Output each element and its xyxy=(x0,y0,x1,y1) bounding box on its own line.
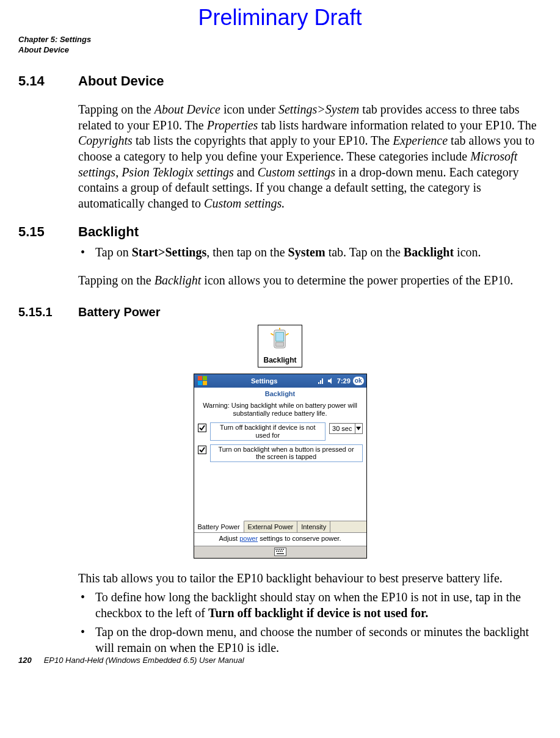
heading-5-14-number: 5.14 xyxy=(18,73,78,90)
panel-subtitle: Backlight xyxy=(194,388,366,400)
blank-space xyxy=(194,466,366,521)
backlight-icon-card: Backlight xyxy=(258,325,302,367)
para-after-figure: This tab allows you to tailor the EP10 b… xyxy=(78,571,542,587)
option-label-2: Turn on backlight when a button is press… xyxy=(210,444,363,462)
para-5-15: Tapping on the Backlight icon allows you… xyxy=(78,273,542,289)
svg-rect-15 xyxy=(282,551,283,552)
keyboard-icon xyxy=(274,548,286,556)
checkbox-turn-off[interactable] xyxy=(198,424,206,432)
option-label-1: Turn off backlight if device is not used… xyxy=(210,422,326,440)
svg-rect-12 xyxy=(276,551,277,552)
warning-text: Warning: Using backlight while on batter… xyxy=(194,400,366,422)
tab-external-power[interactable]: External Power xyxy=(244,521,298,532)
tab-battery-power[interactable]: Battery Power xyxy=(194,521,244,532)
heading-5-15: 5.15Backlight xyxy=(18,223,542,241)
svg-line-4 xyxy=(286,333,289,335)
svg-rect-11 xyxy=(283,549,284,550)
timeout-dropdown[interactable]: 30 sec xyxy=(329,423,362,434)
svg-rect-10 xyxy=(281,549,282,550)
footer-title: EP10 Hand-Held (Windows Embedded 6.5) Us… xyxy=(44,656,244,665)
device-screenshot: Settings 7:29 ok Backlight Warning: Usin… xyxy=(194,374,367,559)
figure-backlight-icon: Backlight Settings 7:29 ok Backlight War… xyxy=(18,325,542,558)
svg-rect-7 xyxy=(275,549,277,550)
heading-5-15-1-number: 5.15.1 xyxy=(18,304,78,320)
svg-rect-2 xyxy=(276,342,284,346)
clock: 7:29 xyxy=(337,377,351,385)
heading-5-15-1: 5.15.1Battery Power xyxy=(18,304,542,320)
list-5-15: Tap on Start>Settings, then tap on the S… xyxy=(78,245,542,261)
tab-intensity[interactable]: Intensity xyxy=(297,521,330,532)
tab-bar: Battery Power External Power Intensity xyxy=(194,521,366,532)
heading-5-15-1-title: Battery Power xyxy=(78,305,161,319)
svg-rect-16 xyxy=(277,553,284,554)
running-head-section: About Device xyxy=(18,45,542,56)
dropdown-value: 30 sec xyxy=(330,424,354,433)
checkmark-icon xyxy=(198,424,206,432)
window-title: Settings xyxy=(211,377,318,385)
svg-rect-14 xyxy=(280,551,281,552)
list-after-figure: To define how long the backlight should … xyxy=(78,590,542,656)
heading-5-15-number: 5.15 xyxy=(18,223,78,241)
adjust-hint: Adjust power settings to conserve power. xyxy=(194,532,366,545)
list-item: Tap on the drop-down menu, and choose th… xyxy=(78,624,542,656)
svg-rect-8 xyxy=(277,549,278,550)
sip-bar[interactable] xyxy=(194,546,366,558)
backlight-icon xyxy=(268,328,291,355)
svg-line-3 xyxy=(271,333,274,335)
list-item: To define how long the backlight should … xyxy=(78,590,542,621)
window-titlebar: Settings 7:29 ok xyxy=(194,374,366,388)
tab-spacer xyxy=(330,521,366,532)
ok-button[interactable]: ok xyxy=(353,377,364,385)
signal-icon xyxy=(318,377,325,385)
backlight-icon-label: Backlight xyxy=(263,356,296,366)
page-number: 120 xyxy=(18,656,32,665)
checkmark-icon xyxy=(198,446,206,454)
heading-5-15-title: Backlight xyxy=(78,224,139,239)
option-row-1: Turn off backlight if device is not used… xyxy=(194,422,366,444)
checkbox-turn-on[interactable] xyxy=(198,446,206,454)
list-item: Tap on Start>Settings, then tap on the S… xyxy=(78,245,542,261)
speaker-icon xyxy=(327,377,335,385)
window-status: 7:29 ok xyxy=(318,377,365,385)
svg-rect-1 xyxy=(276,332,284,341)
running-head-chapter: Chapter 5: Settings xyxy=(18,35,542,45)
heading-5-14: 5.14About Device xyxy=(18,73,542,90)
heading-5-14-title: About Device xyxy=(78,73,164,89)
chevron-down-icon xyxy=(355,424,362,433)
power-link[interactable]: power xyxy=(239,535,258,542)
preliminary-draft-watermark: Preliminary Draft xyxy=(18,0,542,35)
svg-rect-9 xyxy=(279,549,280,550)
para-5-14: Tapping on the About Device icon under S… xyxy=(78,102,542,211)
page-footer: 120EP10 Hand-Held (Windows Embedded 6.5)… xyxy=(18,656,244,666)
svg-rect-13 xyxy=(278,551,279,552)
option-row-2: Turn on backlight when a button is press… xyxy=(194,444,366,466)
running-head: Chapter 5: Settings About Device xyxy=(18,35,542,56)
start-icon[interactable] xyxy=(198,376,209,386)
